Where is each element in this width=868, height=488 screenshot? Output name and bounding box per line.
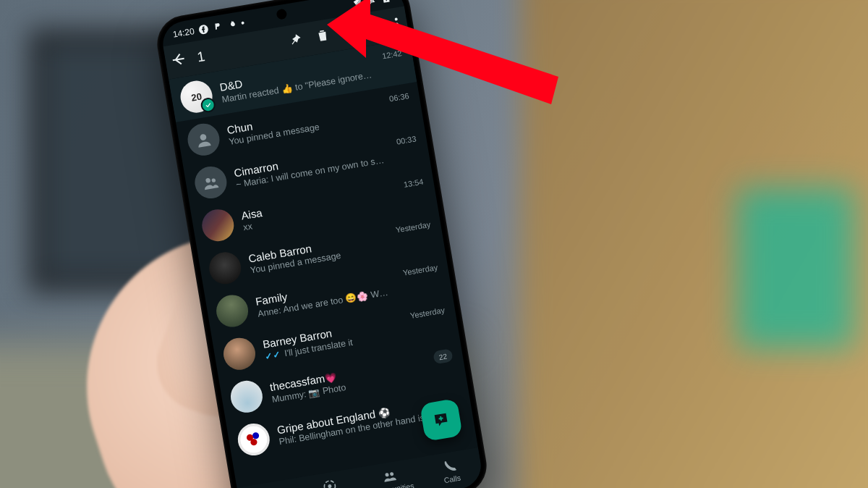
selection-count: 1 <box>196 37 277 66</box>
svg-point-11 <box>328 484 332 488</box>
avatar[interactable] <box>192 164 229 201</box>
svg-line-4 <box>368 0 376 5</box>
chat-time: Yesterday <box>402 263 438 277</box>
status-dot <box>241 21 244 25</box>
svg-point-13 <box>390 472 394 476</box>
status-time: 14:20 <box>172 26 195 40</box>
svg-point-8 <box>205 178 210 183</box>
svg-point-7 <box>200 134 207 141</box>
paypal-icon <box>212 21 224 33</box>
chat-time: 00:33 <box>396 134 417 146</box>
chat-time: Yesterday <box>409 306 446 320</box>
pin-icon[interactable] <box>274 31 304 53</box>
avatar[interactable] <box>221 335 258 372</box>
avatar[interactable] <box>200 207 237 244</box>
svg-point-12 <box>385 473 389 477</box>
avatar[interactable] <box>214 293 251 329</box>
back-button[interactable] <box>169 49 189 72</box>
chat-time: 06:36 <box>388 91 409 103</box>
svg-point-9 <box>211 178 216 182</box>
new-chat-fab[interactable] <box>420 398 463 442</box>
scene: 14:20 1 <box>0 0 868 488</box>
facebook-icon <box>197 24 209 35</box>
chat-time: Yesterday <box>395 220 431 235</box>
more-menu-icon[interactable] <box>394 17 399 30</box>
chat-time: 12:42 <box>381 49 402 60</box>
tab-calls-label: Calls <box>443 474 461 485</box>
delete-icon[interactable] <box>302 27 331 49</box>
avatar[interactable] <box>229 379 265 416</box>
unread-badge: 22 <box>433 348 454 364</box>
background-accent <box>738 188 854 348</box>
flame-icon <box>226 19 238 30</box>
archive-icon <box>380 0 392 5</box>
avatar[interactable] <box>235 421 272 458</box>
mute-chat-icon[interactable] <box>328 22 358 44</box>
location-off-icon <box>352 0 363 9</box>
chat-time: 13:54 <box>403 177 424 189</box>
mute-icon <box>366 0 378 7</box>
archive-chat-icon[interactable] <box>356 18 386 40</box>
avatar[interactable] <box>185 121 222 158</box>
avatar[interactable] <box>207 250 244 287</box>
